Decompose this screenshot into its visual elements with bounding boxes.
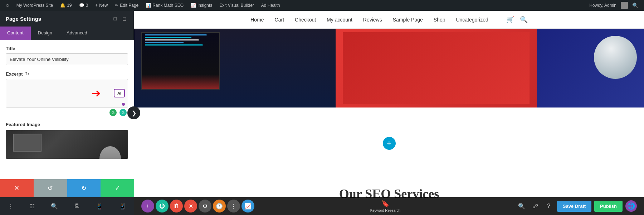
- hero-right-panel: [537, 29, 644, 108]
- admin-search-icon[interactable]: 🔍: [629, 3, 641, 8]
- comment-item[interactable]: 💬 0: [76, 0, 91, 11]
- power-button[interactable]: ⏻: [156, 200, 169, 212]
- ad-health-item[interactable]: Ad Health: [258, 0, 283, 11]
- nav-myaccount[interactable]: My account: [327, 17, 352, 23]
- admin-avatar[interactable]: [621, 2, 628, 9]
- publish-button[interactable]: Publish: [594, 201, 623, 212]
- left-panel: Page Settings □ ◻ Content Design Advance…: [0, 11, 134, 215]
- rank-math-icon: 📊: [146, 3, 151, 8]
- grammarly-icon[interactable]: G: [109, 109, 117, 116]
- comment-icon: 💬: [79, 3, 84, 8]
- nav-shop[interactable]: Shop: [434, 17, 445, 23]
- builder-toolbar: + ⏻ 🗑 ✕ ⚙ 🕐 ⋮ 📈 🔖 Keyword Research 🔍 ☍ ?…: [134, 197, 644, 215]
- featured-image-preview[interactable]: [6, 130, 128, 159]
- history-button[interactable]: 🕐: [213, 200, 226, 212]
- nav-cart[interactable]: Cart: [275, 17, 284, 23]
- search-nav-icon[interactable]: 🔍: [520, 16, 528, 24]
- screen-line-2: [145, 37, 191, 38]
- bookmark-icon: 🔖: [381, 200, 389, 208]
- new-icon: +: [95, 3, 98, 8]
- mobile-icon[interactable]: 📱: [116, 200, 129, 212]
- nav-reviews[interactable]: Reviews: [363, 17, 382, 23]
- undo-button[interactable]: ↺: [34, 179, 67, 197]
- hero-area: [134, 29, 644, 108]
- layers-icon[interactable]: ☍: [530, 201, 541, 211]
- ai-arrow-indicator: ➔: [91, 87, 101, 99]
- bookmark-area: 🔖 Keyword Research: [370, 200, 400, 212]
- tab-design[interactable]: Design: [31, 27, 59, 40]
- confirm-button[interactable]: ✓: [101, 179, 134, 197]
- cart-icon[interactable]: 🛒: [506, 16, 514, 24]
- wp-logo-item[interactable]: ○: [3, 0, 12, 11]
- hero-red-overlay: [343, 32, 530, 104]
- screen-line-3: [145, 39, 199, 40]
- exit-builder-label: Exit Visual Builder: [219, 3, 254, 8]
- save-draft-button[interactable]: Save Draft: [557, 201, 591, 212]
- drag-handle-icon: ❯: [132, 110, 136, 116]
- minimize-icon[interactable]: □: [112, 15, 118, 22]
- nav-sample-page[interactable]: Sample Page: [393, 17, 423, 23]
- expand-icon[interactable]: ◻: [121, 15, 128, 22]
- nav-icons: 🛒 🔍: [506, 16, 528, 24]
- rank-math-item[interactable]: 📊 Rank Math SEO: [143, 0, 186, 11]
- new-label: New: [99, 3, 108, 8]
- monitor-shape: [13, 134, 42, 152]
- tab-content[interactable]: Content: [0, 27, 31, 40]
- tab-advanced[interactable]: Advanced: [59, 27, 94, 40]
- screen-line-4: [145, 42, 184, 43]
- comment-count: 0: [86, 3, 88, 8]
- screen-line-1: [145, 34, 207, 35]
- tablet-icon[interactable]: 📱: [93, 200, 106, 212]
- desktop-icon[interactable]: 🖶: [71, 200, 83, 212]
- columns-button[interactable]: ⋮: [227, 200, 240, 212]
- new-item[interactable]: + New: [92, 0, 111, 11]
- insights-label: Insights: [197, 3, 212, 8]
- insights-icon: 📈: [191, 3, 196, 8]
- exit-builder-item[interactable]: Exit Visual Builder: [216, 0, 257, 11]
- admin-bar-right: Howdy, Admin 🔍: [586, 2, 641, 9]
- builder-tools-left: + ⏻ 🗑 ✕ ⚙ 🕐 ⋮ 📈: [141, 200, 254, 212]
- bottom-actions: ✕ ↺ ↻ ✓: [0, 179, 134, 197]
- close-button[interactable]: ✕: [0, 179, 34, 197]
- search-panel-icon[interactable]: 🔍: [48, 200, 61, 212]
- add-block-button[interactable]: +: [383, 137, 396, 150]
- menu-dots-icon[interactable]: ⋮: [5, 200, 16, 212]
- screen-line-5: [145, 44, 203, 46]
- insights-button[interactable]: 📈: [241, 200, 254, 212]
- excerpt-area[interactable]: ➔ AI: [6, 79, 128, 108]
- search-builder-icon[interactable]: 🔍: [516, 201, 527, 211]
- redo-button[interactable]: ↻: [67, 179, 101, 197]
- grid-icon[interactable]: ☷: [27, 200, 38, 212]
- globe-icon[interactable]: 🌐: [625, 200, 637, 212]
- add-section-button[interactable]: +: [141, 200, 154, 212]
- content-area: +: [134, 108, 644, 179]
- title-input[interactable]: [6, 53, 128, 65]
- panel-tabs: Content Design Advanced: [0, 27, 134, 40]
- page-settings-header: Page Settings □ ◻: [0, 11, 134, 27]
- reset-icon[interactable]: ↻: [25, 71, 29, 77]
- wp-logo-icon: ○: [6, 2, 9, 9]
- excerpt-icons: G G: [6, 109, 128, 116]
- keyword-research-label: Keyword Research: [370, 209, 400, 212]
- drag-handle[interactable]: ❯: [127, 106, 140, 119]
- excerpt-field: Excerpt ↻ ➔ AI G G: [6, 71, 128, 116]
- builder-tools-right: 🔍 ☍ ? Save Draft Publish 🌐: [516, 200, 637, 212]
- nav-uncategorized[interactable]: Uncategorized: [456, 17, 488, 23]
- site-name-item[interactable]: My WordPress Site: [14, 0, 56, 11]
- ad-health-label: Ad Health: [261, 3, 280, 8]
- ai-button[interactable]: AI: [114, 89, 125, 97]
- settings-button[interactable]: ⚙: [199, 200, 211, 212]
- tool-icon-teal[interactable]: G: [119, 109, 127, 116]
- insights-item[interactable]: 📈 Insights: [188, 0, 215, 11]
- nav-checkout[interactable]: Checkout: [295, 17, 316, 23]
- nav-home[interactable]: Home: [250, 17, 264, 23]
- edit-page-label: Edit Page: [120, 3, 138, 8]
- close-section-button[interactable]: ✕: [184, 200, 197, 212]
- edit-page-item[interactable]: ✏ Edit Page: [112, 0, 141, 11]
- delete-button[interactable]: 🗑: [170, 200, 183, 212]
- hero-image-panel: [134, 29, 336, 108]
- help-icon[interactable]: ?: [543, 201, 554, 211]
- purple-dot-indicator: [122, 103, 125, 106]
- rank-math-label: Rank Math SEO: [152, 3, 184, 8]
- notif-item[interactable]: 🔔 19: [57, 0, 74, 11]
